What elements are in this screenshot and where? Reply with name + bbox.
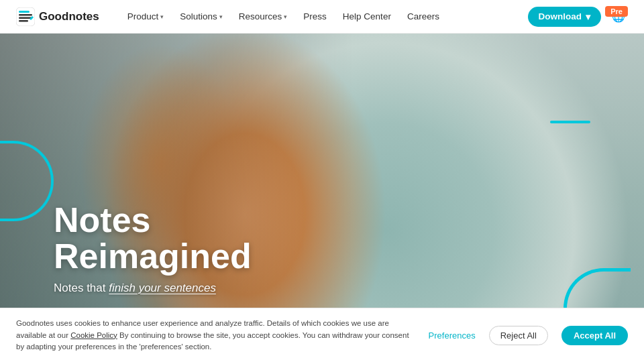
download-chevron-icon: ▾ xyxy=(586,11,590,22)
solutions-chevron-icon: ▾ xyxy=(219,13,223,20)
cookie-reject-button[interactable]: Reject All xyxy=(489,326,548,345)
pre-badge: Pre xyxy=(605,6,628,17)
cookie-policy-link[interactable]: Cookie Policy xyxy=(70,331,117,339)
hero-subtitle-italic: finish your sentences xyxy=(109,282,216,294)
hero-subtitle: Notes that finish your sentences xyxy=(54,282,252,295)
nav-solutions[interactable]: Solutions ▾ xyxy=(173,7,229,25)
resources-chevron-icon: ▾ xyxy=(284,13,287,20)
hero-title-line1: Notes xyxy=(54,200,150,239)
logo-text: Goodnotes xyxy=(39,10,99,23)
logo[interactable]: Goodnotes xyxy=(16,7,99,26)
download-button[interactable]: Download ▾ xyxy=(528,7,602,27)
nav-press-label: Press xyxy=(303,11,327,21)
cookie-banner: Goodnotes uses cookies to enhance user e… xyxy=(0,308,644,362)
cookie-accept-button[interactable]: Accept All xyxy=(561,326,628,345)
cookie-preferences-link[interactable]: Preferences xyxy=(429,330,476,341)
product-chevron-icon: ▾ xyxy=(160,13,164,20)
nav-careers-label: Careers xyxy=(407,11,439,21)
logo-icon xyxy=(16,7,35,26)
hero-content: Notes Reimagined Notes that finish your … xyxy=(54,202,252,295)
download-label: Download xyxy=(539,11,582,21)
nav-product-label: Product xyxy=(127,11,159,21)
nav-press[interactable]: Press xyxy=(297,7,333,25)
svg-rect-4 xyxy=(19,20,28,22)
cookie-text: Goodnotes uses cookies to enhance user e… xyxy=(16,318,415,353)
svg-rect-1 xyxy=(19,11,30,13)
nav-links: Product ▾ Solutions ▾ Resources ▾ Press … xyxy=(121,7,528,25)
nav-help-label: Help Center xyxy=(343,11,391,21)
nav-solutions-label: Solutions xyxy=(180,11,217,21)
svg-rect-2 xyxy=(19,14,32,16)
nav-resources-label: Resources xyxy=(239,11,282,21)
hero-title: Notes Reimagined xyxy=(54,202,252,275)
nav-product[interactable]: Product ▾ xyxy=(121,7,171,25)
nav-resources[interactable]: Resources ▾ xyxy=(232,7,294,25)
nav-help[interactable]: Help Center xyxy=(336,7,398,25)
navigation: Goodnotes Product ▾ Solutions ▾ Resource… xyxy=(0,0,644,34)
teal-line-top-decoration xyxy=(550,121,590,123)
nav-careers[interactable]: Careers xyxy=(400,7,446,25)
hero-title-line2: Reimagined xyxy=(54,237,252,276)
hero-subtitle-prefix: Notes that xyxy=(54,282,109,294)
